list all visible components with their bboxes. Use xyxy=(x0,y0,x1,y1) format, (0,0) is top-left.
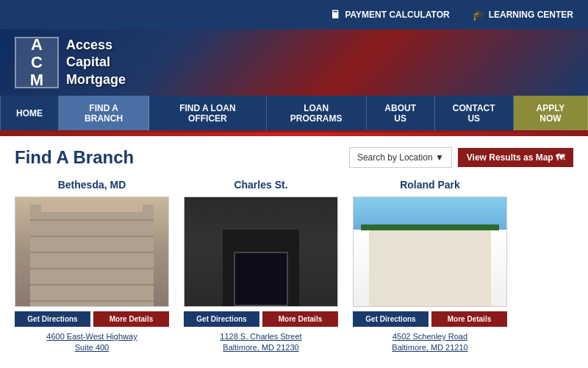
address-line2-charles: Baltimore, MD 21230 xyxy=(223,343,298,352)
nav-item-loan-programs[interactable]: LOAN PROGRAMS xyxy=(267,96,367,130)
header-controls: Search by Location ▼ View Results as Map… xyxy=(349,147,573,168)
top-bar: 🖩 PAYMENT CALCULATOR 🎓 LEARNING CENTER xyxy=(0,0,588,29)
branch-address-bethesda[interactable]: 4600 East-West Highway Suite 400 xyxy=(15,331,169,354)
header: A C M Access Capital Mortgage xyxy=(0,29,588,96)
directions-button-charles[interactable]: Get Directions xyxy=(184,311,259,327)
logo: A C M Access Capital Mortgage xyxy=(15,37,126,88)
branch-name-charles: Charles St. xyxy=(184,179,338,191)
branch-actions-charles: Get Directions More Details xyxy=(184,311,338,327)
building-illustration-charles xyxy=(184,197,337,306)
logo-letter-a: A xyxy=(31,36,43,54)
branch-image-charles xyxy=(184,197,338,307)
graduation-icon: 🎓 xyxy=(472,9,484,21)
page-title: Find A Branch xyxy=(15,147,134,168)
address-line1-roland: 4502 Schenley Road xyxy=(392,332,467,341)
learning-center-link[interactable]: 🎓 LEARNING CENTER xyxy=(472,9,573,21)
logo-letter-m: M xyxy=(30,71,43,89)
nav-item-about-us[interactable]: ABOUT US xyxy=(367,96,435,130)
content-area: Find A Branch Search by Location ▼ View … xyxy=(0,136,588,365)
address-line2-roland: Baltimore, MD 21210 xyxy=(392,343,467,352)
logo-text: Access Capital Mortgage xyxy=(66,37,126,88)
branch-address-roland[interactable]: 4502 Schenley Road Baltimore, MD 21210 xyxy=(353,331,507,354)
branch-actions-roland: Get Directions More Details xyxy=(353,311,507,327)
logo-box: A C M xyxy=(15,37,59,88)
calculator-icon: 🖩 xyxy=(330,9,340,21)
directions-button-bethesda[interactable]: Get Directions xyxy=(15,311,90,327)
nav-item-find-branch[interactable]: FIND A BRANCH xyxy=(59,96,149,130)
details-button-charles[interactable]: More Details xyxy=(262,311,338,327)
details-button-roland[interactable]: More Details xyxy=(431,311,507,327)
branch-card-bethesda: Bethesda, MD Get Directions More Details… xyxy=(15,179,169,354)
address-line2-bethesda: Suite 400 xyxy=(75,343,109,352)
branch-card-roland: Roland Park Get Directions More Details … xyxy=(353,179,507,354)
payment-calculator-link[interactable]: 🖩 PAYMENT CALCULATOR xyxy=(330,9,449,21)
logo-letter-c: C xyxy=(31,54,43,71)
search-location-dropdown[interactable]: Search by Location ▼ xyxy=(349,147,452,168)
branch-grid: Bethesda, MD Get Directions More Details… xyxy=(15,179,573,354)
logo-line-1: Access xyxy=(66,37,126,54)
branch-image-roland xyxy=(353,197,507,307)
address-line1-charles: 1128 S. Charles Street xyxy=(220,332,301,341)
building-illustration-roland xyxy=(354,197,506,306)
details-button-bethesda[interactable]: More Details xyxy=(93,311,169,327)
branch-image-bethesda xyxy=(15,197,169,307)
branch-actions-bethesda: Get Directions More Details xyxy=(15,311,169,327)
logo-line-3: Mortgage xyxy=(66,71,126,88)
find-branch-header: Find A Branch Search by Location ▼ View … xyxy=(15,147,573,168)
logo-line-2: Capital xyxy=(66,54,126,71)
branch-address-charles[interactable]: 1128 S. Charles Street Baltimore, MD 212… xyxy=(184,331,338,354)
learning-center-label: LEARNING CENTER xyxy=(489,10,573,20)
address-line1-bethesda: 4600 East-West Highway xyxy=(46,332,137,341)
building-illustration-bethesda xyxy=(15,197,168,306)
branch-name-roland: Roland Park xyxy=(353,179,507,191)
main-nav: HOME FIND A BRANCH FIND A LOAN OFFICER L… xyxy=(0,96,588,132)
branch-name-bethesda: Bethesda, MD xyxy=(15,179,169,191)
branch-card-charles: Charles St. Get Directions More Details … xyxy=(184,179,338,354)
payment-calculator-label: PAYMENT CALCULATOR xyxy=(345,10,449,20)
nav-item-find-loan-officer[interactable]: FIND A LOAN OFFICER xyxy=(149,96,266,130)
nav-item-contact-us[interactable]: CONTACT US xyxy=(435,96,514,130)
nav-item-apply-now[interactable]: APPLY NOW xyxy=(514,96,588,130)
directions-button-roland[interactable]: Get Directions xyxy=(353,311,429,327)
view-map-button[interactable]: View Results as Map 🗺 xyxy=(458,148,573,167)
nav-item-home[interactable]: HOME xyxy=(0,96,59,130)
